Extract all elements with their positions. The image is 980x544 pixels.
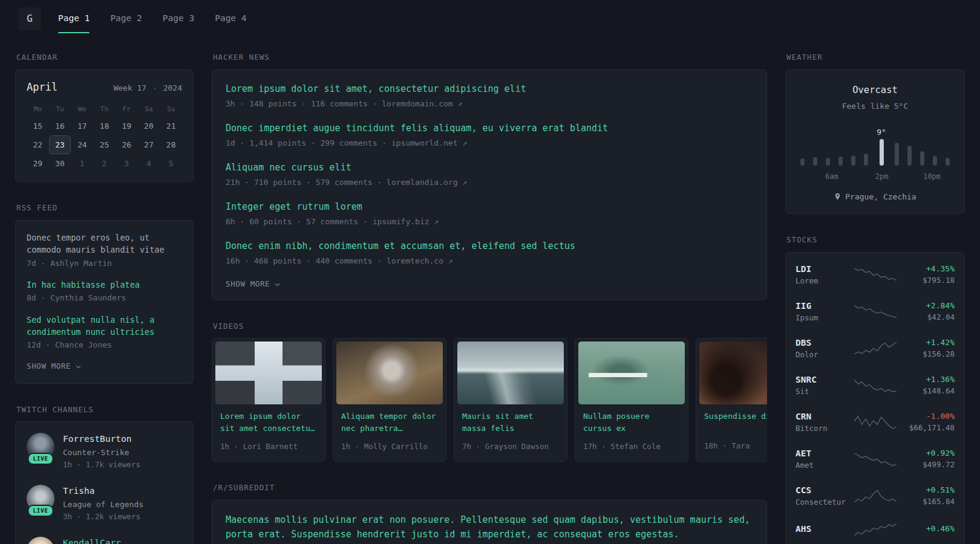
calendar-day[interactable]: 27 bbox=[138, 135, 160, 154]
tab-page-3[interactable]: Page 3 bbox=[163, 0, 194, 37]
calendar-day-selected[interactable]: 23 bbox=[49, 135, 71, 154]
video-card[interactable]: Lorem ipsum dolor sit amet consectetu… 1… bbox=[212, 338, 325, 462]
stock-values: -1.00% $66,171.48 bbox=[901, 412, 955, 433]
stock-row[interactable]: LDI Lorem +4.35% $795.18 bbox=[795, 256, 955, 293]
calendar-day[interactable]: 30 bbox=[49, 154, 71, 173]
stock-name: Dolor bbox=[795, 350, 849, 360]
calendar-day[interactable]: 21 bbox=[160, 117, 182, 135]
video-title[interactable]: Lorem ipsum dolor sit amet consectetu… bbox=[220, 410, 317, 435]
calendar-day[interactable]: 15 bbox=[27, 117, 49, 135]
weather-time-label: 6am bbox=[825, 171, 838, 182]
calendar-day[interactable]: 25 bbox=[93, 135, 116, 154]
section-title-videos: VIDEOS bbox=[213, 321, 767, 332]
live-badge: LIVE bbox=[28, 505, 54, 517]
calendar-day[interactable]: 28 bbox=[160, 135, 182, 154]
rss-item: Sed volutpat nulla nisl, a condimentum n… bbox=[27, 314, 182, 351]
chevron-down-icon bbox=[274, 281, 281, 288]
channel-name[interactable]: KendallCarr bbox=[63, 537, 121, 544]
channel-name[interactable]: Trisha bbox=[63, 485, 143, 498]
calendar-day[interactable]: 1 bbox=[71, 154, 93, 173]
video-title[interactable]: Aliquam tempor dolor nec pharetra… bbox=[341, 410, 438, 435]
video-thumbnail[interactable] bbox=[457, 342, 564, 404]
twitch-card: LIVE ForrestBurton Counter-Strike 1h · 1… bbox=[15, 421, 194, 544]
tab-page-4[interactable]: Page 4 bbox=[215, 0, 246, 37]
calendar-day[interactable]: 4 bbox=[138, 154, 160, 173]
twitch-channel[interactable]: LIVE Trisha League of Legends 3h · 1.2k … bbox=[27, 485, 182, 522]
hn-item-title[interactable]: Donec enim nibh, condimentum et accumsan… bbox=[226, 239, 753, 253]
stock-change: +1.42% bbox=[901, 338, 955, 348]
weather-bar bbox=[920, 151, 924, 166]
stock-id: IIG Ipsum bbox=[795, 300, 849, 323]
weather-bar bbox=[826, 158, 830, 166]
calendar-day[interactable]: 19 bbox=[116, 117, 138, 135]
stock-row[interactable]: AHS +0.46% bbox=[795, 514, 955, 544]
calendar-day[interactable]: 16 bbox=[49, 117, 71, 135]
video-card[interactable]: Aliquam tempor dolor nec pharetra… 1h · … bbox=[333, 338, 446, 462]
calendar-day[interactable]: 22 bbox=[27, 135, 49, 154]
calendar-day[interactable]: 5 bbox=[160, 154, 182, 173]
calendar-day[interactable]: 17 bbox=[71, 117, 93, 135]
weather-bar bbox=[800, 158, 805, 166]
tab-page-2[interactable]: Page 2 bbox=[110, 0, 142, 37]
channel-name[interactable]: ForrestBurton bbox=[63, 433, 140, 446]
rss-item-title[interactable]: In hac habitasse platea bbox=[27, 279, 182, 291]
hn-item-title[interactable]: Donec imperdiet augue tincidunt felis al… bbox=[226, 121, 753, 135]
calendar-day[interactable]: 26 bbox=[116, 135, 138, 154]
weather-temp-label: 9° bbox=[877, 128, 886, 136]
stock-row[interactable]: CCS Consectetur +0.51% $165.84 bbox=[795, 478, 955, 514]
stock-row[interactable]: SNRC Sit +1.36% $148.64 bbox=[795, 367, 955, 404]
rss-widget: RSS FEED Donec tempor eros leo, ut commo… bbox=[15, 202, 194, 383]
twitch-widget: TWITCH CHANNELS LIVE ForrestBurton Count… bbox=[15, 404, 194, 544]
calendar-widget: CALENDAR April Week 17 · 2024 MoTuWeThFr… bbox=[15, 52, 194, 182]
video-thumbnail[interactable] bbox=[578, 342, 685, 404]
channel-viewers: 3h · 1.2k viewers bbox=[63, 511, 143, 523]
right-column: WEATHER Overcast Feels like 5°C 9° 6am 2… bbox=[785, 52, 965, 544]
rss-item-title[interactable]: Donec tempor eros leo, ut commodo mauris… bbox=[27, 232, 182, 256]
calendar-day[interactable]: 20 bbox=[138, 117, 160, 135]
weather-feels-like: Feels like 5°C bbox=[795, 100, 955, 112]
video-title[interactable]: Nullam posuere cursus ex bbox=[583, 410, 680, 435]
stock-id: CRN Bitcorn bbox=[795, 411, 849, 433]
video-thumbnail[interactable] bbox=[699, 342, 767, 404]
calendar-day-header: Tu bbox=[49, 102, 71, 117]
video-title[interactable]: Mauris sit amet massa felis bbox=[462, 410, 559, 435]
stock-row[interactable]: AET Amet +0.92% $499.72 bbox=[795, 441, 955, 478]
calendar-day[interactable]: 18 bbox=[93, 117, 116, 135]
stock-row[interactable]: CRN Bitcorn -1.00% $66,171.48 bbox=[795, 404, 955, 441]
stock-name: Sit bbox=[795, 387, 849, 397]
tab-page-1[interactable]: Page 1 bbox=[58, 0, 90, 37]
stock-row[interactable]: IIG Ipsum +2.84% $42.04 bbox=[795, 293, 955, 330]
calendar-day[interactable]: 24 bbox=[71, 135, 93, 154]
hn-item-title[interactable]: Aliquam nec cursus elit bbox=[226, 161, 753, 175]
stock-price: $148.64 bbox=[901, 386, 955, 396]
video-title[interactable]: Suspendisse diam bbox=[704, 410, 767, 435]
calendar-grid: MoTuWeThFrSaSu15161718192021222324252627… bbox=[27, 102, 182, 173]
stock-price: $795.18 bbox=[901, 276, 955, 285]
rss-show-more-button[interactable]: SHOW MORE bbox=[27, 361, 182, 372]
stock-ticker: AET bbox=[795, 448, 849, 459]
twitch-channel[interactable]: LIVE ForrestBurton Counter-Strike 1h · 1… bbox=[27, 433, 182, 470]
channel-viewers: 1h · 1.7k viewers bbox=[63, 459, 140, 471]
video-thumbnail[interactable] bbox=[215, 342, 322, 404]
video-card[interactable]: Nullam posuere cursus ex 17h · Stefan Co… bbox=[575, 338, 688, 462]
hn-show-more-button[interactable]: SHOW MORE bbox=[226, 279, 753, 290]
rss-item-title[interactable]: Sed volutpat nulla nisl, a condimentum n… bbox=[27, 314, 182, 338]
video-card[interactable]: Mauris sit amet massa felis 7h · Grayson… bbox=[454, 338, 567, 462]
stock-name: Amet bbox=[795, 461, 849, 470]
stock-sparkline bbox=[854, 303, 897, 319]
calendar-day[interactable]: 29 bbox=[27, 154, 49, 173]
video-thumbnail[interactable] bbox=[336, 342, 443, 404]
calendar-day[interactable]: 2 bbox=[93, 154, 116, 173]
stock-name: Consectetur bbox=[795, 497, 849, 507]
video-body: Nullam posuere cursus ex 17h · Stefan Co… bbox=[578, 404, 685, 458]
video-card[interactable]: Suspendisse diam 18h · Tara bbox=[696, 338, 767, 462]
calendar-day[interactable]: 3 bbox=[116, 154, 138, 173]
twitch-channel[interactable]: LIVE KendallCarr bbox=[27, 537, 182, 544]
stock-row[interactable]: DBS Dolor +1.42% $156.28 bbox=[795, 330, 955, 367]
channel-game: Counter-Strike bbox=[63, 447, 140, 459]
hn-item-title[interactable]: Integer eget rutrum lorem bbox=[226, 200, 753, 214]
subreddit-post-title[interactable]: Maecenas mollis pulvinar erat non posuer… bbox=[226, 513, 753, 542]
hn-item-title[interactable]: Lorem ipsum dolor sit amet, consectetur … bbox=[226, 82, 753, 96]
stock-ticker: DBS bbox=[795, 337, 849, 349]
calendar-week-label: Week 17 bbox=[113, 83, 146, 92]
